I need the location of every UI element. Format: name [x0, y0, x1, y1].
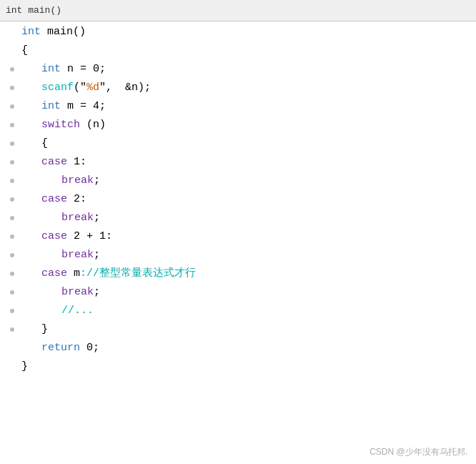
gutter	[6, 309, 19, 313]
header-title: int main()	[6, 5, 61, 16]
code-tokens: switch (n)	[39, 116, 476, 134]
token: case	[41, 230, 74, 242]
gutter	[6, 253, 19, 257]
token: case	[41, 156, 74, 168]
token: }	[41, 323, 48, 335]
code-line: //...	[6, 302, 476, 320]
token: ;	[94, 286, 100, 298]
token: 2 + 1:	[74, 230, 112, 242]
token: {	[21, 44, 28, 56]
token: case	[41, 193, 74, 205]
token: n = 0;	[67, 63, 106, 75]
token: ;	[94, 174, 100, 187]
token: break	[61, 212, 94, 224]
code-tokens: int n = 0;	[39, 60, 476, 79]
token: ://整型常量表达式才行	[80, 267, 196, 280]
code-tokens: break;	[59, 246, 476, 265]
gutter	[6, 179, 19, 183]
code-line: break;	[6, 209, 476, 227]
gutter	[6, 327, 19, 332]
token: (n)	[80, 119, 106, 131]
code-tokens: }	[39, 320, 476, 339]
code-tokens: case m://整型常量表达式才行	[39, 265, 476, 283]
code-line: }	[6, 320, 476, 339]
token: //...	[61, 305, 94, 317]
code-line: {	[6, 134, 476, 153]
header-bar: int main()	[0, 0, 476, 21]
token: ("	[74, 82, 86, 94]
token: int	[21, 26, 47, 38]
token: case	[41, 267, 74, 280]
gutter	[6, 86, 19, 90]
token: main	[47, 26, 73, 38]
token: ;	[94, 212, 100, 224]
code-line: case 2 + 1:	[6, 227, 476, 246]
code-line: int n = 0;	[6, 60, 476, 79]
token: scanf	[41, 82, 74, 94]
code-tokens: case 2 + 1:	[39, 227, 476, 246]
token: 1:	[74, 156, 86, 168]
code-tokens: break;	[59, 283, 476, 302]
token: ", &n);	[99, 82, 151, 94]
token: switch	[41, 119, 80, 131]
code-tokens: break;	[59, 209, 476, 227]
gutter	[6, 290, 19, 295]
token: 0;	[86, 342, 99, 354]
token: return	[41, 342, 86, 354]
code-line: int main()	[6, 23, 476, 41]
gutter	[6, 123, 19, 127]
token: ()	[73, 26, 86, 38]
token: m = 4;	[67, 100, 106, 112]
code-tokens: scanf("%d", &n);	[39, 79, 476, 97]
code-tokens: //...	[59, 302, 476, 320]
code-tokens: int m = 4;	[39, 97, 476, 116]
token: }	[21, 360, 28, 372]
code-line: case m://整型常量表达式才行	[6, 265, 476, 283]
code-line: case 1:	[6, 153, 476, 172]
code-tokens: {	[39, 134, 476, 153]
code-line: {	[6, 41, 476, 60]
gutter	[6, 67, 19, 71]
token: 2:	[74, 193, 86, 205]
code-line: break;	[6, 172, 476, 190]
watermark: CSDN @少年没有乌托邦.	[370, 446, 467, 458]
gutter	[6, 272, 19, 276]
token: break	[61, 174, 94, 187]
token: break	[61, 286, 94, 298]
code-tokens: return 0;	[39, 339, 476, 357]
gutter	[6, 160, 19, 164]
token: break	[61, 249, 94, 261]
code-tokens: case 2:	[39, 190, 476, 209]
gutter	[6, 197, 19, 202]
code-line: scanf("%d", &n);	[6, 79, 476, 97]
code-tokens: break;	[59, 172, 476, 190]
gutter	[6, 235, 19, 239]
gutter	[6, 216, 19, 220]
token: int	[41, 100, 67, 112]
code-tokens: }	[19, 357, 476, 376]
code-line: break;	[6, 283, 476, 302]
token: int	[41, 63, 67, 75]
code-line: case 2:	[6, 190, 476, 209]
token: {	[41, 137, 48, 149]
code-tokens: int main()	[19, 23, 476, 41]
code-line: return 0;	[6, 339, 476, 357]
code-tokens: {	[19, 41, 476, 60]
code-area: int main(){int n = 0;scanf("%d", &n);int…	[0, 21, 476, 380]
gutter	[6, 104, 19, 109]
gutter	[6, 142, 19, 146]
code-line: int m = 4;	[6, 97, 476, 116]
code-line: }	[6, 357, 476, 376]
token: ;	[94, 249, 100, 261]
code-tokens: case 1:	[39, 153, 476, 172]
code-line: switch (n)	[6, 116, 476, 134]
token: %d	[86, 82, 99, 94]
code-window: int main() int main(){int n = 0;scanf("%…	[0, 0, 476, 464]
token: m	[74, 267, 80, 280]
code-line: break;	[6, 246, 476, 265]
